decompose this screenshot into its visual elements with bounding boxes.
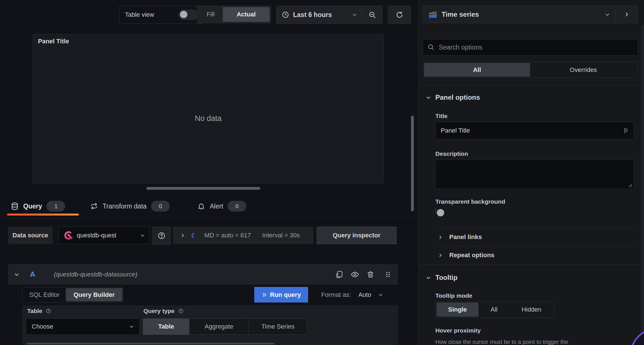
title-field-label: Title [435, 113, 448, 120]
table-view-toggle[interactable] [179, 10, 197, 20]
row-divider [435, 246, 634, 246]
query-builder-body: Table Choose Query type Table Aggregate … [22, 305, 398, 345]
play-icon [262, 292, 267, 298]
database-icon [11, 202, 19, 210]
tab-query-label: Query [23, 203, 42, 210]
actual-option[interactable]: Actual [223, 7, 270, 22]
chevron-down-icon [426, 95, 431, 100]
panel-options-header[interactable]: Panel options [426, 93, 480, 101]
filter-tab-overrides[interactable]: Overrides [530, 63, 637, 77]
query-options-row[interactable]: MD = auto = 617 Interval = 30s [173, 227, 313, 244]
tab-transform[interactable]: Transform data 0 [90, 198, 170, 214]
panel-links-row[interactable]: Panel links [438, 232, 482, 242]
query-type-timeseries[interactable]: Time Series [249, 319, 307, 335]
query-row-header[interactable]: A (questdb-questdb-datasource) [8, 264, 398, 285]
visualization-select[interactable]: Time series [423, 6, 615, 23]
query-type-label: Query type [143, 308, 175, 314]
no-data-message: No data [33, 114, 384, 123]
query-datasource-hint: (questdb-questdb-datasource) [54, 271, 137, 278]
duplicate-query-icon[interactable] [335, 270, 344, 279]
description-textarea[interactable] [436, 160, 634, 189]
tab-alert[interactable]: Alert 0 [197, 198, 246, 214]
questdb-logo [63, 230, 73, 240]
chevron-right-icon [624, 12, 629, 17]
refresh-button[interactable] [388, 6, 411, 24]
tabs-divider [0, 218, 418, 218]
time-range-button[interactable]: Last 6 hours [277, 6, 362, 24]
transparent-bg-toggle[interactable] [435, 208, 436, 213]
chevron-down-icon [378, 293, 383, 297]
run-query-button[interactable]: Run query [254, 287, 308, 303]
chevron-down-icon [352, 12, 357, 17]
clock-icon [282, 11, 289, 18]
drag-handle-icon[interactable] [384, 271, 392, 278]
panel-links-label: Panel links [449, 233, 482, 241]
section-divider [418, 264, 644, 265]
format-as-control[interactable]: Format as: Auto [321, 287, 383, 303]
delete-query-icon[interactable] [366, 270, 375, 279]
toggle-knob [180, 11, 187, 18]
description-field-label: Description [435, 150, 468, 157]
row-divider [435, 228, 634, 229]
tab-query[interactable]: Query 1 [11, 198, 65, 214]
table-select-placeholder: Choose [32, 323, 53, 330]
resize-handle-icon[interactable] [628, 184, 632, 188]
search-options-box [423, 39, 638, 56]
interval-summary: Interval = 30s [262, 232, 300, 239]
datasource-help-button[interactable] [152, 227, 171, 245]
tooltip-header[interactable]: Tooltip [426, 274, 457, 282]
tab-query-badge: 1 [46, 201, 65, 212]
chevron-down-icon [605, 12, 610, 17]
panel-title-input[interactable] [440, 127, 623, 135]
bell-icon [197, 202, 205, 210]
chevron-down-icon [140, 233, 145, 238]
chevron-right-icon [180, 233, 185, 238]
datasource-label: Data source [8, 227, 53, 244]
timeseries-chart-icon [429, 11, 437, 18]
zoom-out-icon [368, 11, 376, 19]
datasource-picker[interactable]: questdb-quest [58, 227, 150, 244]
hover-proximity-description: How close the cursor must be to a point … [435, 339, 631, 345]
tooltip-mode-single[interactable]: Single [437, 303, 478, 317]
options-filter-tabs: All Overrides [423, 61, 638, 78]
collapse-chevron-icon[interactable] [14, 272, 19, 277]
chevron-down-icon [129, 324, 134, 329]
query-builder-option[interactable]: Query Builder [66, 288, 122, 301]
sql-editor-option[interactable]: SQL Editor [23, 288, 66, 301]
fill-option[interactable]: Fill [198, 7, 223, 22]
toggle-knob [437, 209, 444, 216]
filter-tab-all[interactable]: All [424, 63, 530, 77]
vertical-scrollbar[interactable] [411, 116, 414, 211]
datasource-name: questdb-quest [77, 232, 116, 239]
tab-alert-label: Alert [210, 203, 223, 210]
chevron-right-icon [438, 235, 442, 239]
tab-transform-label: Transform data [103, 203, 147, 210]
suggestion-dashes-icon [623, 127, 629, 134]
chevron-right-icon [438, 253, 442, 257]
format-as-value: Auto [358, 291, 371, 299]
hide-response-eye-icon[interactable] [350, 270, 359, 279]
query-type-group: Table Aggregate Time Series [143, 318, 307, 335]
zoom-out-button[interactable] [362, 6, 382, 24]
query-inspector-button[interactable]: Query inspector [317, 227, 397, 244]
pane-scrollbar-track[interactable] [641, 25, 644, 345]
horizontal-scrollbar[interactable] [146, 187, 260, 190]
tooltip-mode-hidden[interactable]: Hidden [510, 303, 553, 317]
chevron-down-icon [426, 275, 431, 280]
search-options-input[interactable] [438, 43, 633, 52]
loading-arc-icon [191, 233, 196, 238]
table-field-label: Table [27, 308, 42, 314]
query-type-table[interactable]: Table [143, 319, 189, 335]
collapse-pane-button[interactable] [615, 6, 638, 23]
panel-title[interactable]: Panel Title [38, 38, 69, 45]
tooltip-mode-all[interactable]: All [478, 303, 510, 317]
hover-proximity-label: Hover proximity [435, 327, 481, 334]
transform-icon [90, 202, 98, 210]
query-type-aggregate[interactable]: Aggregate [189, 319, 249, 335]
next-section-edge [27, 343, 274, 344]
options-pane: Time series All Overrides [418, 0, 644, 345]
run-query-label: Run query [270, 291, 301, 299]
active-tab-underline [7, 214, 79, 216]
table-select[interactable]: Choose [26, 318, 140, 335]
repeat-options-row[interactable]: Repeat options [438, 250, 494, 260]
